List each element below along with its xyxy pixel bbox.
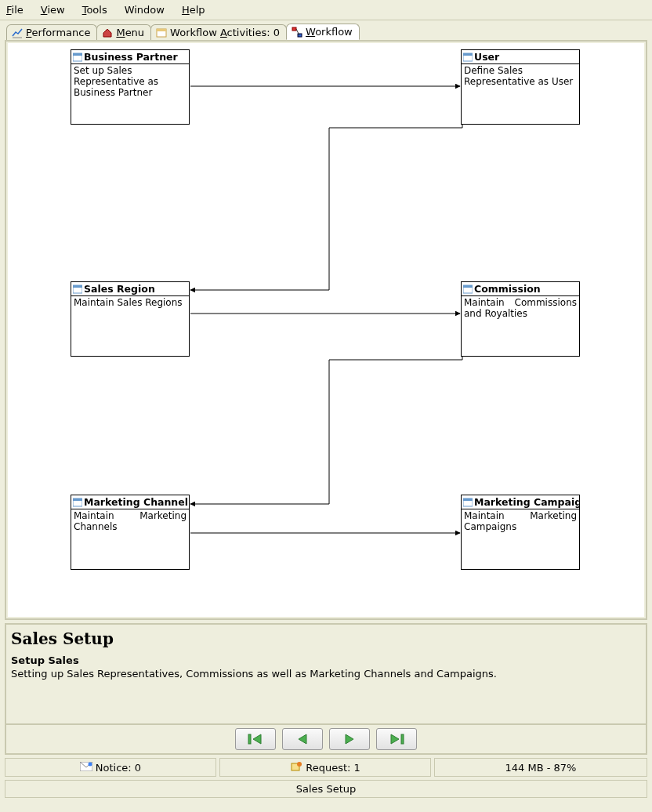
node-desc: Maintain Sales Regions: [71, 296, 189, 310]
workflow-canvas-frame: Business Partner Set up Sales Representa…: [5, 40, 647, 620]
next-button[interactable]: [329, 728, 370, 750]
svg-rect-14: [73, 285, 82, 288]
node-desc: Maintain Marketing Campaigns: [462, 509, 579, 535]
svg-rect-20: [463, 498, 473, 501]
node-title: Commission: [462, 282, 579, 296]
svg-rect-10: [73, 53, 82, 56]
svg-rect-3: [292, 27, 296, 31]
node-desc: Set up Sales Representative as Business …: [71, 64, 189, 100]
menu-tools[interactable]: Tools: [79, 2, 110, 17]
svg-rect-18: [73, 498, 82, 501]
status-memory: 144 MB - 87%: [434, 758, 647, 777]
svg-rect-21: [248, 734, 251, 744]
node-desc: Maintain Marketing Channels: [71, 509, 189, 535]
node-desc: Maintain Commissions and Royalties: [462, 296, 579, 321]
tab-performance[interactable]: Performance: [6, 24, 97, 40]
request-icon: [290, 761, 302, 774]
node-title: Marketing Campaign: [462, 495, 579, 509]
node-title: User: [462, 50, 579, 64]
menu-window[interactable]: Window: [121, 2, 168, 17]
window-icon: [73, 285, 82, 294]
mail-icon: [80, 762, 92, 774]
window-icon: [156, 27, 167, 38]
workflow-icon: [292, 27, 302, 38]
last-button[interactable]: [376, 728, 417, 750]
prev-icon: [294, 733, 311, 745]
svg-rect-16: [463, 285, 473, 288]
node-title: Sales Region: [71, 282, 189, 296]
status-bar: Notice: 0 Request: 1 144 MB - 87%: [5, 758, 647, 777]
tab-strip: Performance Menu Workflow Activities: 0 …: [0, 20, 652, 40]
nav-row: [5, 725, 647, 755]
footer-title: Sales Setup: [5, 780, 647, 798]
tab-workflow-activities[interactable]: Workflow Activities: 0: [150, 24, 287, 40]
svg-rect-12: [463, 53, 473, 56]
svg-rect-22: [401, 734, 404, 744]
status-notice[interactable]: Notice: 0: [5, 758, 216, 777]
svg-point-26: [297, 762, 302, 767]
first-button[interactable]: [235, 728, 276, 750]
node-title: Business Partner: [71, 50, 189, 64]
node-marketing-campaign[interactable]: Marketing Campaign Maintain Marketing Ca…: [461, 495, 580, 570]
workflow-canvas[interactable]: Business Partner Set up Sales Representa…: [8, 43, 644, 617]
node-sales-region[interactable]: Sales Region Maintain Sales Regions: [71, 281, 190, 357]
node-title: Marketing Channel: [71, 495, 189, 509]
last-icon: [388, 733, 405, 745]
next-icon: [341, 733, 358, 745]
first-icon: [247, 733, 264, 745]
window-icon: [73, 498, 82, 507]
tab-menu[interactable]: Menu: [96, 24, 151, 40]
node-commission[interactable]: Commission Maintain Commissions and Roya…: [461, 281, 580, 357]
description-panel: Sales Setup Setup Sales Setting up Sales…: [5, 623, 647, 725]
chart-icon: [12, 27, 23, 38]
status-request[interactable]: Request: 1: [219, 758, 431, 777]
node-business-partner[interactable]: Business Partner Set up Sales Representa…: [71, 49, 190, 125]
svg-rect-2: [157, 29, 166, 31]
prev-button[interactable]: [282, 728, 323, 750]
tab-workflow[interactable]: Workflow: [286, 24, 360, 40]
window-icon: [73, 53, 82, 62]
menu-help[interactable]: Help: [179, 2, 208, 17]
window-icon: [463, 53, 473, 62]
node-marketing-channel[interactable]: Marketing Channel Maintain Marketing Cha…: [71, 495, 190, 570]
window-icon: [463, 285, 473, 294]
window-icon: [463, 498, 473, 507]
node-desc: Define Sales Representative as User: [462, 64, 579, 89]
menu-bar: File View Tools Window Help: [0, 0, 652, 20]
menu-file[interactable]: File: [3, 2, 27, 17]
node-user[interactable]: User Define Sales Representative as User: [461, 49, 580, 125]
panel-title: Sales Setup: [11, 629, 641, 648]
home-icon: [102, 27, 113, 38]
panel-body: Setting up Sales Representatives, Commis…: [11, 668, 641, 680]
svg-point-24: [88, 762, 92, 766]
menu-view[interactable]: View: [38, 2, 68, 17]
panel-subtitle: Setup Sales: [11, 654, 641, 666]
